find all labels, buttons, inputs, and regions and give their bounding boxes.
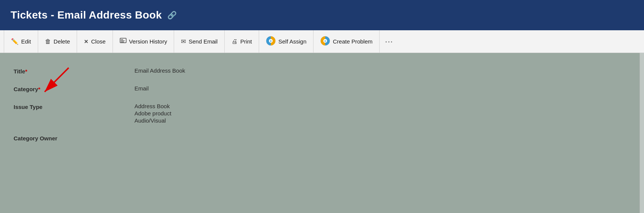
svg-rect-2: [121, 40, 125, 41]
svg-text:+: +: [270, 39, 272, 43]
form-area: Title* Email Address Book Category* Emai…: [0, 53, 644, 156]
close-label: Close: [91, 38, 105, 45]
issue-type-value-2: Adobe product: [134, 110, 630, 117]
scrollbar[interactable]: [639, 53, 644, 213]
toolbar: ✏️ Edit 🗑 Delete ✕ Close Version History…: [0, 30, 644, 53]
svg-rect-3: [121, 42, 124, 42]
edit-button[interactable]: ✏️ Edit: [4, 30, 38, 53]
version-history-label: Version History: [129, 38, 167, 45]
issue-type-label: Issue Type: [14, 103, 134, 110]
title-required: *: [25, 68, 28, 75]
category-owner-label: Category Owner: [14, 134, 134, 141]
category-label: Category*: [14, 85, 134, 92]
self-assign-icon: +: [266, 36, 276, 47]
more-icon: ···: [385, 37, 393, 47]
link-icon[interactable]: 🔗: [167, 11, 177, 20]
form-row-category-owner: Category Owner: [14, 129, 630, 147]
create-problem-button[interactable]: + Create Problem: [314, 30, 380, 53]
version-history-icon: [120, 38, 127, 45]
print-icon: 🖨: [232, 38, 238, 45]
delete-icon: 🗑: [45, 38, 51, 45]
send-email-icon: ✉: [181, 38, 186, 45]
edit-label: Edit: [21, 38, 31, 45]
close-button[interactable]: ✕ Close: [77, 30, 113, 53]
more-button[interactable]: ···: [380, 30, 398, 53]
content-area: Title* Email Address Book Category* Emai…: [0, 53, 644, 213]
edit-icon: ✏️: [11, 38, 19, 45]
svg-rect-1: [121, 39, 123, 40]
form-row-category: Category* Email: [14, 80, 630, 98]
close-icon: ✕: [84, 39, 88, 45]
delete-label: Delete: [54, 38, 70, 45]
create-problem-icon: +: [320, 36, 330, 47]
send-email-button[interactable]: ✉ Send Email: [174, 30, 225, 53]
self-assign-label: Self Assign: [278, 38, 306, 45]
svg-text:+: +: [324, 39, 326, 43]
create-problem-label: Create Problem: [333, 38, 372, 45]
print-label: Print: [240, 38, 252, 45]
issue-type-value-1: Address Book: [134, 103, 630, 109]
title-label: Title*: [14, 67, 134, 75]
self-assign-button[interactable]: + Self Assign: [259, 30, 314, 53]
page-header: Tickets - Email Address Book 🔗: [0, 0, 644, 30]
form-row-issue-type: Issue Type Address Book Adobe product Au…: [14, 98, 630, 129]
issue-type-values: Address Book Adobe product Audio/Visual: [134, 103, 630, 124]
page-title: Tickets - Email Address Book: [11, 9, 162, 21]
delete-button[interactable]: 🗑 Delete: [38, 30, 77, 53]
category-required: *: [38, 86, 40, 92]
title-value: Email Address Book: [134, 67, 630, 74]
send-email-label: Send Email: [188, 38, 218, 45]
form-row-title: Title* Email Address Book: [14, 62, 630, 80]
print-button[interactable]: 🖨 Print: [225, 30, 259, 53]
version-history-button[interactable]: Version History: [113, 30, 175, 53]
category-value: Email: [134, 85, 630, 92]
issue-type-value-3: Audio/Visual: [134, 117, 630, 124]
